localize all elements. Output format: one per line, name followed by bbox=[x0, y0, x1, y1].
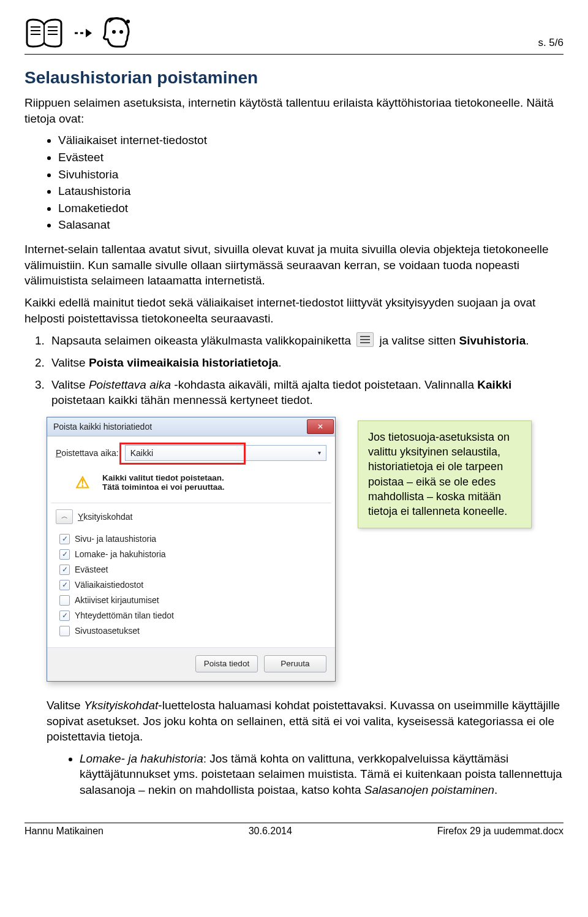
list-item: Sivuhistoria bbox=[58, 167, 564, 183]
cancel-button[interactable]: Peruuta bbox=[264, 655, 326, 672]
page-header: s. 5/6 bbox=[24, 13, 564, 53]
paragraph-privacy: Kaikki edellä mainitut tiedot sekä välia… bbox=[24, 295, 564, 326]
step-text: Valitse bbox=[51, 356, 89, 369]
step-1: Napsauta selaimen oikeasta yläkulmasta v… bbox=[48, 332, 564, 349]
checkbox[interactable] bbox=[59, 626, 70, 636]
time-range-label: PPoistettava aika:oistettava aika: bbox=[56, 448, 119, 458]
step-bold: Sivuhistoria bbox=[459, 334, 526, 347]
checkbox[interactable]: ✓ bbox=[59, 565, 70, 575]
check-label: Sivu- ja lataushistoria bbox=[75, 534, 156, 544]
check-label: Lomake- ja hakuhistoria bbox=[75, 549, 166, 559]
check-label: Evästeet bbox=[75, 565, 108, 574]
bullet-italic: Salasanojen poistaminen bbox=[364, 783, 494, 796]
details-checklist: ✓Sivu- ja lataushistoria ✓Lomake- ja hak… bbox=[47, 530, 335, 647]
arrow-icon bbox=[74, 27, 93, 39]
list-item: Lataushistoria bbox=[58, 183, 564, 199]
step-bold: Poista viimeaikaisia historiatietoja bbox=[89, 356, 278, 369]
details-label: Yksityiskohdat bbox=[78, 512, 133, 522]
list-item: Salasanat bbox=[58, 217, 564, 233]
tip-note-box: Jos tietosuoja-asetuksista on valittu yk… bbox=[358, 420, 532, 528]
check-label: Väliaikaistiedostot bbox=[75, 580, 143, 590]
header-icons bbox=[24, 13, 137, 53]
warning-icon: ⚠ bbox=[73, 473, 91, 490]
clear-history-dialog: Poista kaikki historiatiedot ✕ PPoistett… bbox=[47, 417, 336, 682]
list-item: Väliaikaiset internet-tiedostot bbox=[58, 132, 564, 148]
head-icon bbox=[100, 13, 137, 53]
time-range-dropdown[interactable]: Kaikki ▾ bbox=[125, 445, 326, 461]
step-text: . bbox=[526, 334, 529, 347]
chevron-down-icon: ▾ bbox=[318, 449, 321, 456]
dialog-row: Poista kaikki historiatiedot ✕ PPoistett… bbox=[24, 417, 564, 682]
svg-point-1 bbox=[112, 30, 116, 34]
step-2: Valitse Poista viimeaikaisia historiatie… bbox=[48, 355, 564, 371]
checkbox[interactable]: ✓ bbox=[59, 534, 70, 544]
warning-text: Kaikki valitut tiedot poistetaan. Tätä t… bbox=[102, 473, 225, 492]
step-text: Valitse bbox=[51, 378, 89, 391]
paragraph-cache: Internet-selain tallentaa avatut sivut, … bbox=[24, 242, 564, 289]
step-text: . bbox=[278, 356, 281, 369]
step-text: ja valitse sitten bbox=[380, 334, 459, 347]
data-types-list: Väliaikaiset internet-tiedostot Evästeet… bbox=[24, 132, 564, 233]
checkbox[interactable]: ✓ bbox=[59, 549, 70, 560]
checkbox[interactable] bbox=[59, 595, 70, 606]
footer-date: 30.6.2014 bbox=[249, 826, 292, 837]
intro-paragraph: Riippuen selaimen asetuksista, interneti… bbox=[24, 95, 564, 126]
checkbox[interactable]: ✓ bbox=[59, 580, 70, 590]
step-text: Napsauta selaimen oikeasta yläkulmasta v… bbox=[51, 334, 351, 347]
dropdown-value: Kaikki bbox=[130, 448, 153, 458]
footer-divider bbox=[24, 823, 564, 823]
header-divider bbox=[24, 54, 564, 55]
page-footer: Hannu Matikainen 30.6.2014 Firefox 29 ja… bbox=[24, 826, 564, 849]
step-bold: Kaikki bbox=[477, 378, 511, 391]
close-button[interactable]: ✕ bbox=[307, 419, 334, 434]
section-heading: Selaushistorian poistaminen bbox=[24, 68, 564, 88]
hamburger-menu-icon bbox=[356, 332, 374, 347]
sub-bullet: Lomake- ja hakuhistoria: Jos tämä kohta … bbox=[80, 751, 564, 798]
page-number: s. 5/6 bbox=[538, 37, 564, 49]
footer-author: Hannu Matikainen bbox=[24, 826, 104, 837]
step-text: -kohdasta aikaväli, miltä ajalta tiedot … bbox=[171, 378, 477, 391]
step-3: Valitse Poistettava aika -kohdasta aikav… bbox=[48, 377, 564, 408]
list-item: Evästeet bbox=[58, 150, 564, 166]
check-label: Sivustoasetukset bbox=[75, 626, 140, 636]
after-dialog-paragraph: Valitse Yksityiskohdat-luettelosta halua… bbox=[47, 698, 564, 745]
step-italic: Poistettava aika bbox=[89, 378, 171, 391]
details-toggle-button[interactable]: ︿ bbox=[56, 509, 73, 524]
list-item: Lomaketiedot bbox=[58, 200, 564, 216]
check-label: Aktiiviset kirjautumiset bbox=[75, 595, 159, 605]
bullet-text: . bbox=[494, 783, 497, 796]
dialog-titlebar: Poista kaikki historiatiedot ✕ bbox=[47, 417, 335, 436]
steps-list: Napsauta selaimen oikeasta yläkulmasta v… bbox=[24, 332, 564, 408]
step-text: poistetaan kaikki tähän mennessä kertyne… bbox=[51, 394, 313, 406]
footer-filename: Firefox 29 ja uudemmat.docx bbox=[437, 826, 564, 837]
book-icon bbox=[24, 16, 66, 50]
checkbox[interactable]: ✓ bbox=[59, 611, 70, 621]
dialog-title: Poista kaikki historiatiedot bbox=[53, 422, 152, 432]
svg-point-2 bbox=[119, 30, 123, 34]
svg-point-3 bbox=[126, 20, 130, 23]
check-label: Yhteydettömän tilan tiedot bbox=[75, 611, 174, 620]
confirm-button[interactable]: Poista tiedot bbox=[195, 655, 258, 672]
bullet-italic: Lomake- ja hakuhistoria bbox=[80, 752, 203, 765]
